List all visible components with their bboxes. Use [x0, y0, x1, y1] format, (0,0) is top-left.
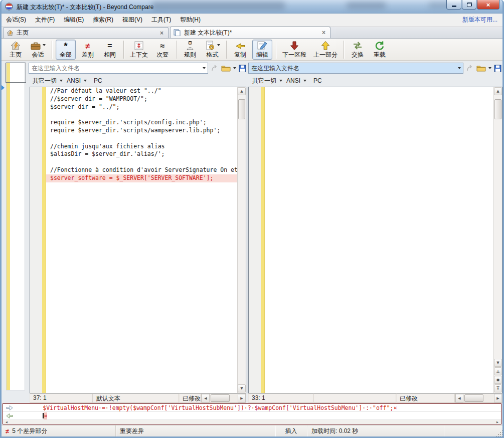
- toolbar-button-label: 重载: [374, 51, 386, 59]
- arrow-up-icon: [320, 40, 330, 51]
- code-line[interactable]: $aliasDir = $server_dir.'alias/';: [46, 150, 237, 158]
- toolbar-button-edit[interactable]: 编辑: [252, 40, 272, 60]
- left-format-dropdown[interactable]: 其它一切: [33, 77, 63, 85]
- menu-item[interactable]: 编辑(E): [59, 14, 88, 26]
- code-line[interactable]: [46, 111, 237, 119]
- scroll-thumb[interactable]: [464, 394, 483, 402]
- chevron-down-icon[interactable]: [217, 44, 220, 46]
- scroll-right-icon[interactable]: ▶: [494, 420, 501, 424]
- right-file-input[interactable]: [248, 63, 463, 74]
- code-line[interactable]: //$server_dir = "WAMPROOT/";: [46, 95, 237, 103]
- arrow-down-icon: [289, 40, 299, 51]
- left-line-ending[interactable]: PC: [94, 77, 102, 84]
- right-format-dropdown[interactable]: 其它一切: [252, 77, 282, 85]
- toolbar-button-arrow-down[interactable]: 下一区段: [280, 40, 309, 60]
- close-button[interactable]: ×: [477, 0, 499, 10]
- right-horizontal-scrollbar[interactable]: ◀ ▶: [455, 393, 502, 403]
- menu-item[interactable]: 文件(F): [31, 14, 59, 26]
- menu-item[interactable]: 会话(S): [2, 14, 31, 26]
- right-save-button[interactable]: [494, 65, 501, 72]
- not-equal-icon: ≠: [6, 427, 9, 435]
- menu-item[interactable]: 视图(V): [118, 14, 147, 26]
- toolbar-button-home[interactable]: 主页: [6, 40, 26, 60]
- code-line[interactable]: $server_software = $_SERVER['SERVER_SOFT…: [46, 174, 237, 182]
- left-file-input[interactable]: [29, 63, 208, 74]
- center-diff-button[interactable]: ●: [494, 376, 502, 384]
- tab-close-icon[interactable]: ×: [158, 30, 165, 37]
- left-code-area[interactable]: //Par défaut la valeur est "../"//$serve…: [46, 87, 237, 393]
- detail-right-line[interactable]: ¤: [3, 412, 501, 420]
- menu-item[interactable]: 帮助(H): [176, 14, 205, 26]
- thumbnail-viewport[interactable]: [6, 63, 26, 83]
- left-vertical-scrollbar[interactable]: ▲ ▼: [237, 87, 246, 393]
- thumbnail-change-bar: [7, 63, 10, 390]
- left-file-dropdown-icon[interactable]: [203, 67, 206, 69]
- next-diff-button[interactable]: ±: [494, 367, 502, 375]
- toolbar-button-equal[interactable]: =相同: [100, 40, 120, 60]
- toolbar-button-rules[interactable]: 规则: [180, 40, 200, 60]
- toolbar-button-context[interactable]: 上下文: [127, 40, 150, 60]
- code-line[interactable]: //chemin jusqu'aux fichiers alias: [46, 143, 237, 151]
- toolbar-button-not-equal[interactable]: ≠差别: [78, 40, 98, 60]
- restore-button[interactable]: [462, 0, 476, 10]
- scroll-thumb[interactable]: [494, 99, 501, 119]
- toolbar-button-briefcase[interactable]: 会话: [28, 40, 48, 60]
- code-line[interactable]: [46, 135, 237, 143]
- toolbar-button-approx[interactable]: ≈次要: [152, 40, 173, 60]
- toolbar-button-label: 全部: [60, 51, 72, 59]
- left-encoding-dropdown[interactable]: ANSI: [67, 77, 87, 84]
- detail-left-line[interactable]: $VirtualHostMenu·=·!empty($wampConf['Vir…: [3, 404, 501, 412]
- code-line[interactable]: require $server_dir.'scripts/config.inc.…: [46, 119, 237, 127]
- toolbar-button-format[interactable]: 格式: [202, 40, 223, 60]
- left-folder-dropdown-icon[interactable]: [233, 67, 236, 69]
- tab-text-compare[interactable]: 新建 文本比较(T)* ×: [170, 27, 330, 38]
- detail-horizontal-scrollbar[interactable]: ◀ ▶: [3, 420, 501, 424]
- menu-item[interactable]: 搜索(R): [88, 14, 118, 26]
- toolbar-button-copy-left[interactable]: 复制: [230, 40, 250, 60]
- right-code-area[interactable]: [265, 87, 493, 393]
- scroll-left-icon[interactable]: ◀: [455, 394, 463, 402]
- right-vertical-scrollbar[interactable]: ▲ ▼ ± ● Ŧ: [493, 87, 502, 393]
- right-encoding-dropdown[interactable]: ANSI: [286, 77, 306, 84]
- right-line-ending[interactable]: PC: [313, 77, 322, 84]
- minimize-button[interactable]: [446, 0, 461, 10]
- toolbar-button-reload[interactable]: 重载: [370, 40, 390, 60]
- toolbar-button-swap[interactable]: 交换: [348, 40, 368, 60]
- menu-item[interactable]: 工具(T): [147, 14, 176, 26]
- left-horizontal-scrollbar[interactable]: ◀ ▶: [201, 393, 246, 403]
- toolbar-button-asterisk[interactable]: *全部: [56, 40, 76, 60]
- right-folder-dropdown-icon[interactable]: [488, 67, 491, 69]
- tab-close-icon[interactable]: ×: [320, 29, 327, 36]
- scroll-thumb[interactable]: [211, 394, 230, 402]
- scroll-left-icon[interactable]: ◀: [202, 394, 210, 402]
- minimize-icon: [452, 6, 456, 7]
- scroll-left-icon[interactable]: ◀: [3, 420, 10, 424]
- toolbar-button-arrow-up[interactable]: 上一部分: [311, 40, 340, 60]
- toolbar-separator: [52, 41, 52, 59]
- code-line[interactable]: //Fonctionne à condition d'avoir ServerS…: [46, 166, 237, 174]
- last-diff-button[interactable]: Ŧ: [494, 384, 502, 392]
- overview-thumbnail[interactable]: [6, 62, 25, 390]
- tab-home[interactable]: 主页 ×: [3, 27, 169, 38]
- code-line[interactable]: $server_dir = "../";: [46, 103, 237, 111]
- scroll-down-icon[interactable]: ▼: [238, 384, 246, 392]
- scroll-up-icon[interactable]: ▲: [238, 87, 246, 95]
- left-status-bar: 37: 1 默认文本 已修改 ◀ ▶: [30, 393, 246, 403]
- scroll-thumb[interactable]: [238, 99, 245, 119]
- scroll-up-icon[interactable]: ▲: [494, 87, 502, 95]
- scroll-right-icon[interactable]: ▶: [238, 394, 246, 402]
- importance-label: 重要差异: [116, 425, 275, 436]
- scroll-down-icon[interactable]: ▼: [494, 359, 502, 367]
- scroll-right-icon[interactable]: ▶: [494, 394, 502, 402]
- resize-grip[interactable]: [495, 429, 502, 436]
- code-line[interactable]: require $server_dir.'scripts/wampserver.…: [46, 127, 237, 135]
- right-status-bar: 33: 1 已修改 ◀ ▶: [248, 393, 502, 403]
- chevron-down-icon[interactable]: [43, 44, 46, 46]
- right-file-dropdown-icon[interactable]: [458, 67, 461, 69]
- left-browse-folder-button[interactable]: [221, 65, 231, 72]
- left-save-button[interactable]: [239, 65, 246, 72]
- update-link[interactable]: 新版本可用...: [462, 16, 502, 24]
- code-line[interactable]: [46, 158, 237, 166]
- code-line[interactable]: //Par défaut la valeur est "../": [46, 87, 237, 95]
- right-browse-folder-button[interactable]: [476, 65, 486, 72]
